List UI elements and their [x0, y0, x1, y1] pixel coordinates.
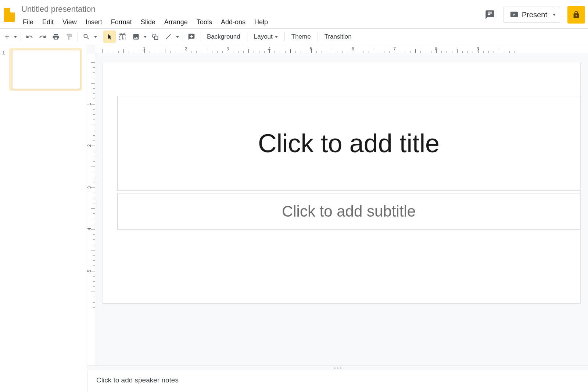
chevron-down-icon — [553, 14, 556, 16]
image-icon — [132, 33, 140, 40]
print-button[interactable] — [50, 31, 62, 43]
separator — [21, 32, 21, 42]
layout-label: Layout — [254, 33, 273, 40]
speaker-notes-area: Click to add speaker notes — [0, 370, 588, 392]
menu-arrange[interactable]: Arrange — [161, 17, 191, 28]
separator — [78, 32, 78, 42]
image-button[interactable] — [130, 31, 142, 43]
menu-view[interactable]: View — [59, 17, 80, 28]
subtitle-placeholder-text: Click to add subtitle — [282, 203, 416, 220]
ruler-vertical[interactable]: 12345 — [87, 53, 95, 370]
chevron-down-icon — [14, 36, 17, 38]
menu-insert[interactable]: Insert — [82, 17, 106, 28]
speaker-notes-placeholder: Click to add speaker notes — [96, 376, 588, 384]
lock-button[interactable] — [567, 6, 585, 24]
shape-button[interactable] — [149, 31, 161, 43]
menu-tools[interactable]: Tools — [193, 17, 216, 28]
ruler-horizontal[interactable]: 123456789 — [95, 45, 588, 53]
slide-panel[interactable]: 1 — [0, 45, 87, 370]
title-area: Untitled presentation File Edit View Ins… — [18, 3, 483, 28]
slides-logo-icon[interactable] — [4, 8, 15, 22]
theme-button[interactable]: Theme — [287, 31, 315, 43]
zoom-button[interactable] — [80, 31, 93, 43]
background-button[interactable]: Background — [202, 31, 245, 43]
print-icon — [52, 33, 60, 40]
line-button[interactable] — [162, 31, 175, 43]
line-dropdown[interactable] — [175, 36, 180, 38]
header: Untitled presentation File Edit View Ins… — [0, 0, 588, 29]
separator — [284, 32, 285, 42]
menubar: File Edit View Insert Format Slide Arran… — [18, 15, 483, 28]
speaker-notes-resize-handle[interactable] — [87, 366, 588, 370]
chat-icon — [485, 10, 495, 20]
comment-insert-button[interactable] — [185, 31, 198, 43]
zoom-icon — [83, 33, 90, 40]
slide-thumb-selected[interactable] — [9, 48, 82, 91]
speaker-notes-input[interactable]: Click to add speaker notes — [87, 370, 588, 392]
separator — [247, 32, 247, 42]
menu-help[interactable]: Help — [251, 17, 272, 28]
undo-button[interactable] — [23, 31, 36, 43]
canvas-area: 123456789 12345 Click to add title Click… — [87, 45, 588, 370]
new-slide-button[interactable] — [1, 31, 12, 43]
slide-thumb-row: 1 — [0, 48, 87, 91]
lock-icon — [572, 11, 580, 19]
toolbar: Background Layout Theme Transition — [0, 29, 588, 45]
separator — [318, 32, 318, 42]
menu-file[interactable]: File — [19, 17, 37, 28]
present-dropdown[interactable] — [548, 7, 560, 23]
slide-number: 1 — [2, 48, 7, 56]
menu-addons[interactable]: Add-ons — [217, 17, 249, 28]
textbox-icon — [119, 33, 126, 40]
chevron-down-icon — [176, 36, 179, 38]
title-placeholder-text: Click to add title — [258, 129, 440, 158]
redo-button[interactable] — [36, 31, 49, 43]
chevron-down-icon — [94, 36, 97, 38]
slide-canvas[interactable]: Click to add title Click to add subtitle — [103, 62, 580, 303]
workspace: 1 123456789 12345 Click to add title Cli… — [0, 45, 588, 370]
separator — [200, 32, 200, 42]
shape-icon — [151, 33, 159, 40]
doc-title[interactable]: Untitled presentation — [18, 3, 483, 15]
svg-rect-2 — [154, 36, 158, 39]
menu-slide[interactable]: Slide — [137, 17, 159, 28]
paint-roller-icon — [65, 33, 73, 40]
comments-button[interactable] — [483, 7, 497, 22]
chevron-down-icon — [144, 36, 147, 38]
title-placeholder-box[interactable]: Click to add title — [117, 96, 580, 191]
present-label: Present — [522, 11, 547, 19]
separator — [183, 32, 183, 42]
redo-icon — [39, 33, 46, 40]
slide-thumbnail — [12, 50, 80, 89]
undo-icon — [26, 33, 33, 40]
textbox-button[interactable] — [116, 31, 129, 43]
image-dropdown[interactable] — [142, 36, 148, 38]
svg-line-3 — [166, 34, 171, 39]
select-tool-button[interactable] — [103, 31, 116, 43]
present-button[interactable]: Present — [503, 7, 554, 23]
chevron-down-icon — [275, 36, 278, 38]
app-logo-wrap — [0, 3, 18, 22]
line-icon — [165, 33, 172, 40]
add-comment-icon — [188, 33, 195, 40]
present-icon — [510, 11, 518, 19]
canvas-scroll[interactable]: Click to add title Click to add subtitle — [95, 53, 588, 370]
paint-format-button[interactable] — [63, 31, 75, 43]
cursor-icon — [106, 33, 113, 40]
plus-icon — [3, 33, 11, 40]
subtitle-placeholder-box[interactable]: Click to add subtitle — [117, 193, 580, 230]
drag-dots-icon — [334, 367, 341, 369]
new-slide-dropdown[interactable] — [12, 36, 18, 38]
layout-button[interactable]: Layout — [250, 31, 282, 43]
transition-button[interactable]: Transition — [320, 31, 356, 43]
zoom-dropdown[interactable] — [93, 36, 98, 38]
header-right: Present — [483, 3, 585, 24]
menu-format[interactable]: Format — [107, 17, 136, 28]
present-group: Present — [503, 7, 560, 23]
menu-edit[interactable]: Edit — [39, 17, 57, 28]
separator — [101, 32, 101, 42]
